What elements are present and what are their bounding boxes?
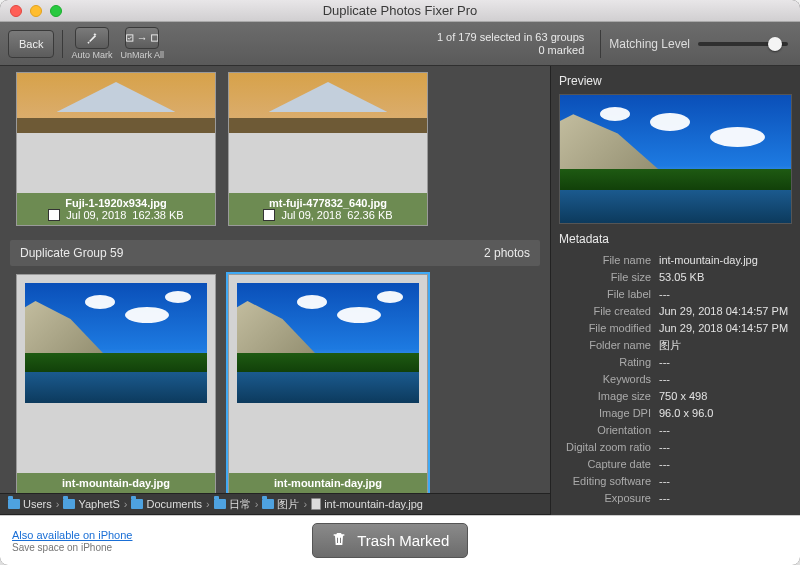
metadata-section[interactable]: Metadata File nameint-mountain-day.jpgFi… bbox=[551, 232, 800, 515]
metadata-key: Editing software bbox=[559, 473, 659, 490]
metadata-value: --- bbox=[659, 354, 792, 371]
metadata-row: File modifiedJun 29, 2018 04:14:57 PM bbox=[559, 320, 792, 337]
photo-filename: int-mountain-day.jpg bbox=[23, 477, 209, 489]
metadata-row: Orientation--- bbox=[559, 422, 792, 439]
photo-card[interactable]: mt-fuji-477832_640.jpg Jul 09, 2018 62.3… bbox=[228, 72, 428, 226]
unmark-all-label: UnMark All bbox=[120, 50, 164, 60]
metadata-key: Image DPI bbox=[559, 405, 659, 422]
matching-level-label: Matching Level bbox=[609, 37, 690, 51]
iphone-link[interactable]: Also available on iPhone bbox=[12, 529, 132, 541]
metadata-value: Jun 29, 2018 04:14:57 PM bbox=[659, 320, 792, 337]
chevron-right-icon: › bbox=[206, 498, 210, 510]
status-line-1: 1 of 179 selected in 63 groups bbox=[437, 31, 584, 44]
metadata-key: Rating bbox=[559, 354, 659, 371]
breadcrumb-item[interactable]: 日常 bbox=[214, 497, 251, 512]
trash-marked-label: Trash Marked bbox=[357, 532, 449, 549]
photo-filename: Fuji-1-1920x934.jpg bbox=[23, 197, 209, 209]
metadata-row: Keywords--- bbox=[559, 371, 792, 388]
chevron-right-icon: › bbox=[56, 498, 60, 510]
metadata-row: Image DPI96.0 x 96.0 bbox=[559, 405, 792, 422]
trash-marked-button[interactable]: Trash Marked bbox=[312, 523, 468, 558]
metadata-value: 图片 bbox=[659, 337, 792, 354]
folder-icon bbox=[131, 499, 143, 509]
metadata-value: --- bbox=[659, 473, 792, 490]
trash-icon bbox=[331, 531, 347, 550]
group-header[interactable]: Duplicate Group 59 2 photos bbox=[10, 240, 540, 266]
wand-icon bbox=[85, 31, 99, 45]
results-scroll[interactable]: Fuji-1-1920x934.jpg Jul 09, 2018 162.38 … bbox=[0, 66, 550, 493]
breadcrumb-label: YaphetS bbox=[78, 498, 119, 510]
metadata-row: File label--- bbox=[559, 286, 792, 303]
svg-rect-1 bbox=[151, 35, 157, 41]
preview-image bbox=[559, 94, 792, 224]
group-count: 2 photos bbox=[484, 246, 530, 260]
breadcrumb-item[interactable]: YaphetS bbox=[63, 498, 119, 510]
photo-date: Jul 09, 2018 bbox=[66, 209, 126, 221]
metadata-title: Metadata bbox=[559, 232, 792, 246]
breadcrumb-item[interactable]: Documents bbox=[131, 498, 202, 510]
chevron-right-icon: › bbox=[255, 498, 259, 510]
breadcrumb-item[interactable]: Users bbox=[8, 498, 52, 510]
iphone-subtext: Save space on iPhone bbox=[12, 542, 112, 553]
metadata-key: File size bbox=[559, 269, 659, 286]
metadata-row: Image size750 x 498 bbox=[559, 388, 792, 405]
status-line-2: 0 marked bbox=[437, 44, 584, 57]
metadata-key: Capture date bbox=[559, 456, 659, 473]
metadata-value: Jun 29, 2018 04:14:57 PM bbox=[659, 303, 792, 320]
photo-filename: mt-fuji-477832_640.jpg bbox=[235, 197, 421, 209]
folder-icon bbox=[63, 499, 75, 509]
window-title: Duplicate Photos Fixer Pro bbox=[0, 3, 800, 18]
photo-size: 62.36 KB bbox=[347, 209, 392, 221]
metadata-value: --- bbox=[659, 286, 792, 303]
auto-mark-label: Auto Mark bbox=[71, 50, 112, 60]
metadata-value: --- bbox=[659, 439, 792, 456]
metadata-key: File label bbox=[559, 286, 659, 303]
metadata-value: 750 x 498 bbox=[659, 388, 792, 405]
chevron-right-icon: › bbox=[303, 498, 307, 510]
metadata-key: File created bbox=[559, 303, 659, 320]
toolbar: Back Auto Mark → UnMark All 1 of 179 sel… bbox=[0, 22, 800, 66]
auto-mark-button[interactable] bbox=[75, 27, 109, 49]
slider-thumb[interactable] bbox=[768, 37, 782, 51]
metadata-value: --- bbox=[659, 371, 792, 388]
breadcrumb: Users›YaphetS›Documents›日常›图片›int-mounta… bbox=[0, 493, 550, 515]
photo-date: Jul 09, 2018 bbox=[281, 209, 341, 221]
metadata-value: int-mountain-day.jpg bbox=[659, 252, 792, 269]
folder-icon bbox=[214, 499, 226, 509]
metadata-key: File name bbox=[559, 252, 659, 269]
metadata-key: Orientation bbox=[559, 422, 659, 439]
selection-status: 1 of 179 selected in 63 groups 0 marked bbox=[437, 31, 592, 57]
photo-card[interactable]: Fuji-1-1920x934.jpg Jul 09, 2018 162.38 … bbox=[16, 72, 216, 226]
metadata-key: File modified bbox=[559, 320, 659, 337]
metadata-value: --- bbox=[659, 456, 792, 473]
metadata-key: Exposure bbox=[559, 490, 659, 507]
breadcrumb-label: Documents bbox=[146, 498, 202, 510]
photo-card[interactable]: int-mountain-day.jpg bbox=[16, 274, 216, 493]
footer: Also available on iPhone Save space on i… bbox=[0, 515, 800, 565]
metadata-row: File nameint-mountain-day.jpg bbox=[559, 252, 792, 269]
breadcrumb-item[interactable]: 图片 bbox=[262, 497, 299, 512]
side-panel: Preview Metadata File nameint-mountain-d… bbox=[550, 66, 800, 515]
checkbox-empty-icon bbox=[151, 33, 159, 43]
metadata-value: --- bbox=[659, 422, 792, 439]
metadata-row: File size53.05 KB bbox=[559, 269, 792, 286]
breadcrumb-item[interactable]: int-mountain-day.jpg bbox=[311, 498, 423, 510]
mark-checkbox[interactable] bbox=[263, 209, 275, 221]
mark-checkbox[interactable] bbox=[48, 209, 60, 221]
metadata-value: 53.05 KB bbox=[659, 269, 792, 286]
metadata-row: Digital zoom ratio--- bbox=[559, 439, 792, 456]
titlebar[interactable]: Duplicate Photos Fixer Pro bbox=[0, 0, 800, 22]
checkbox-checked-icon bbox=[126, 33, 134, 43]
metadata-row: Exposure--- bbox=[559, 490, 792, 507]
unmark-all-button[interactable]: → bbox=[125, 27, 159, 49]
metadata-key: Folder name bbox=[559, 337, 659, 354]
metadata-row: Editing software--- bbox=[559, 473, 792, 490]
matching-level-slider[interactable] bbox=[698, 42, 788, 46]
metadata-row: Capture date--- bbox=[559, 456, 792, 473]
metadata-row: File createdJun 29, 2018 04:14:57 PM bbox=[559, 303, 792, 320]
back-button[interactable]: Back bbox=[8, 30, 54, 58]
chevron-right-icon: › bbox=[124, 498, 128, 510]
metadata-key: Image size bbox=[559, 388, 659, 405]
photo-card-selected[interactable]: int-mountain-day.jpg bbox=[228, 274, 428, 493]
breadcrumb-label: Users bbox=[23, 498, 52, 510]
